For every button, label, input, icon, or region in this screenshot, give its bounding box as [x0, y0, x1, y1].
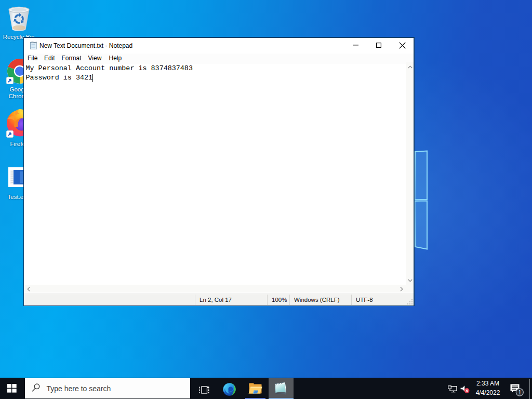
svg-text:1: 1 — [518, 389, 521, 395]
